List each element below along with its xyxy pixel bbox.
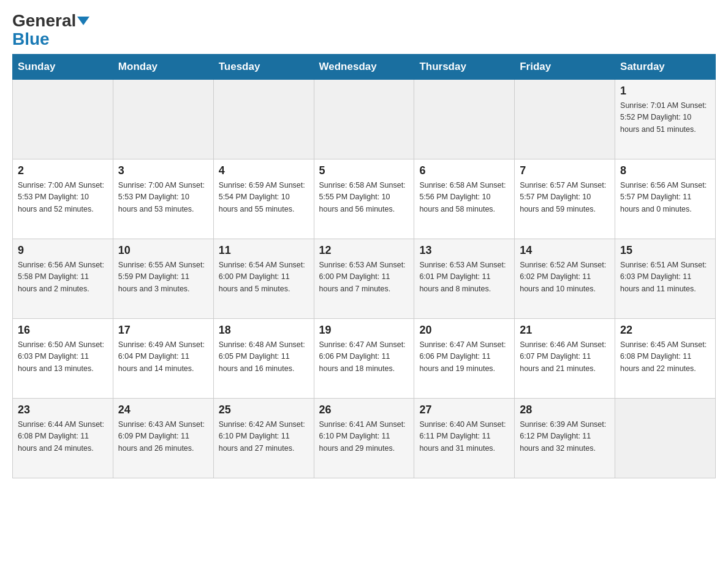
calendar-cell: 6Sunrise: 6:58 AM Sunset: 5:56 PM Daylig… [414, 159, 515, 239]
day-info: Sunrise: 6:49 AM Sunset: 6:04 PM Dayligh… [118, 339, 208, 375]
calendar-header-saturday: Saturday [615, 55, 716, 80]
calendar-header-wednesday: Wednesday [314, 55, 414, 80]
calendar-header-monday: Monday [113, 55, 213, 80]
calendar-cell: 1Sunrise: 7:01 AM Sunset: 5:52 PM Daylig… [615, 80, 716, 159]
day-number: 3 [118, 164, 208, 177]
day-number: 15 [620, 244, 710, 257]
day-info: Sunrise: 6:53 AM Sunset: 6:01 PM Dayligh… [419, 259, 509, 295]
calendar-cell: 9Sunrise: 6:56 AM Sunset: 5:58 PM Daylig… [13, 239, 113, 319]
calendar-header-thursday: Thursday [414, 55, 515, 80]
day-info: Sunrise: 6:57 AM Sunset: 5:57 PM Dayligh… [520, 180, 610, 215]
day-number: 12 [319, 244, 409, 257]
calendar-header-friday: Friday [515, 55, 615, 80]
calendar-week-3: 9Sunrise: 6:56 AM Sunset: 5:58 PM Daylig… [13, 239, 716, 319]
day-info: Sunrise: 6:56 AM Sunset: 5:57 PM Dayligh… [620, 180, 710, 215]
day-number: 20 [419, 324, 509, 337]
day-number: 10 [118, 244, 208, 257]
calendar-cell: 2Sunrise: 7:00 AM Sunset: 5:53 PM Daylig… [13, 159, 113, 239]
calendar-cell: 10Sunrise: 6:55 AM Sunset: 5:59 PM Dayli… [113, 239, 213, 319]
calendar-cell [615, 399, 716, 478]
calendar-week-2: 2Sunrise: 7:00 AM Sunset: 5:53 PM Daylig… [13, 159, 716, 239]
calendar-cell: 24Sunrise: 6:43 AM Sunset: 6:09 PM Dayli… [113, 399, 213, 478]
day-info: Sunrise: 6:54 AM Sunset: 6:00 PM Dayligh… [219, 259, 309, 295]
day-info: Sunrise: 6:43 AM Sunset: 6:09 PM Dayligh… [118, 419, 208, 454]
day-number: 28 [520, 404, 610, 416]
day-info: Sunrise: 6:39 AM Sunset: 6:12 PM Dayligh… [520, 419, 610, 454]
day-info: Sunrise: 6:48 AM Sunset: 6:05 PM Dayligh… [219, 339, 309, 375]
calendar-cell: 16Sunrise: 6:50 AM Sunset: 6:03 PM Dayli… [13, 319, 113, 399]
calendar-cell: 22Sunrise: 6:45 AM Sunset: 6:08 PM Dayli… [615, 319, 716, 399]
calendar-header-tuesday: Tuesday [213, 55, 314, 80]
day-info: Sunrise: 6:46 AM Sunset: 6:07 PM Dayligh… [520, 339, 610, 375]
day-number: 7 [520, 164, 610, 177]
calendar-cell [515, 80, 615, 159]
day-info: Sunrise: 6:40 AM Sunset: 6:11 PM Dayligh… [419, 419, 509, 454]
day-number: 1 [620, 85, 710, 98]
calendar-cell: 13Sunrise: 6:53 AM Sunset: 6:01 PM Dayli… [414, 239, 515, 319]
calendar-cell: 17Sunrise: 6:49 AM Sunset: 6:04 PM Dayli… [113, 319, 213, 399]
day-number: 21 [520, 324, 610, 337]
calendar-week-4: 16Sunrise: 6:50 AM Sunset: 6:03 PM Dayli… [13, 319, 716, 399]
page-header: General Blue [12, 12, 716, 48]
day-info: Sunrise: 6:44 AM Sunset: 6:08 PM Dayligh… [18, 419, 108, 454]
day-number: 6 [419, 164, 509, 177]
day-info: Sunrise: 6:47 AM Sunset: 6:06 PM Dayligh… [419, 339, 509, 375]
day-info: Sunrise: 6:50 AM Sunset: 6:03 PM Dayligh… [18, 339, 108, 375]
day-number: 2 [18, 164, 108, 177]
calendar-cell: 25Sunrise: 6:42 AM Sunset: 6:10 PM Dayli… [213, 399, 314, 478]
day-number: 9 [18, 244, 108, 257]
calendar-cell: 14Sunrise: 6:52 AM Sunset: 6:02 PM Dayli… [515, 239, 615, 319]
day-number: 17 [118, 324, 208, 337]
calendar-cell: 12Sunrise: 6:53 AM Sunset: 6:00 PM Dayli… [314, 239, 414, 319]
logo: General Blue [12, 12, 89, 48]
calendar-cell: 27Sunrise: 6:40 AM Sunset: 6:11 PM Dayli… [414, 399, 515, 478]
day-number: 14 [520, 244, 610, 257]
calendar-cell: 5Sunrise: 6:58 AM Sunset: 5:55 PM Daylig… [314, 159, 414, 239]
day-info: Sunrise: 7:00 AM Sunset: 5:53 PM Dayligh… [118, 180, 208, 215]
calendar-cell [113, 80, 213, 159]
calendar-cell: 21Sunrise: 6:46 AM Sunset: 6:07 PM Dayli… [515, 319, 615, 399]
day-number: 13 [419, 244, 509, 257]
day-number: 19 [319, 324, 409, 337]
calendar-week-1: 1Sunrise: 7:01 AM Sunset: 5:52 PM Daylig… [13, 80, 716, 159]
day-number: 8 [620, 164, 710, 177]
calendar-cell: 28Sunrise: 6:39 AM Sunset: 6:12 PM Dayli… [515, 399, 615, 478]
day-info: Sunrise: 6:55 AM Sunset: 5:59 PM Dayligh… [118, 259, 208, 295]
calendar-cell: 19Sunrise: 6:47 AM Sunset: 6:06 PM Dayli… [314, 319, 414, 399]
calendar-cell: 26Sunrise: 6:41 AM Sunset: 6:10 PM Dayli… [314, 399, 414, 478]
calendar-cell: 20Sunrise: 6:47 AM Sunset: 6:06 PM Dayli… [414, 319, 515, 399]
day-info: Sunrise: 6:56 AM Sunset: 5:58 PM Dayligh… [18, 259, 108, 295]
calendar-header-row: SundayMondayTuesdayWednesdayThursdayFrid… [13, 55, 716, 80]
calendar-cell: 18Sunrise: 6:48 AM Sunset: 6:05 PM Dayli… [213, 319, 314, 399]
day-number: 4 [219, 164, 309, 177]
day-number: 5 [319, 164, 409, 177]
calendar-cell: 23Sunrise: 6:44 AM Sunset: 6:08 PM Dayli… [13, 399, 113, 478]
calendar-cell [314, 80, 414, 159]
day-number: 24 [118, 404, 208, 416]
day-info: Sunrise: 6:58 AM Sunset: 5:55 PM Dayligh… [319, 180, 409, 215]
day-number: 23 [18, 404, 108, 416]
day-info: Sunrise: 6:47 AM Sunset: 6:06 PM Dayligh… [319, 339, 409, 375]
day-number: 27 [419, 404, 509, 416]
logo-general-text: General [12, 12, 89, 29]
day-info: Sunrise: 6:42 AM Sunset: 6:10 PM Dayligh… [219, 419, 309, 454]
calendar-cell: 7Sunrise: 6:57 AM Sunset: 5:57 PM Daylig… [515, 159, 615, 239]
calendar-cell [13, 80, 113, 159]
day-number: 16 [18, 324, 108, 337]
calendar-cell: 3Sunrise: 7:00 AM Sunset: 5:53 PM Daylig… [113, 159, 213, 239]
logo-blue-text: Blue [12, 31, 50, 48]
calendar-cell: 15Sunrise: 6:51 AM Sunset: 6:03 PM Dayli… [615, 239, 716, 319]
day-info: Sunrise: 6:52 AM Sunset: 6:02 PM Dayligh… [520, 259, 610, 295]
calendar-table: SundayMondayTuesdayWednesdayThursdayFrid… [12, 54, 716, 478]
day-info: Sunrise: 7:01 AM Sunset: 5:52 PM Dayligh… [620, 100, 710, 136]
day-info: Sunrise: 6:51 AM Sunset: 6:03 PM Dayligh… [620, 259, 710, 295]
logo-arrow-icon [77, 17, 89, 25]
calendar-header-sunday: Sunday [13, 55, 113, 80]
calendar-cell [414, 80, 515, 159]
day-info: Sunrise: 6:53 AM Sunset: 6:00 PM Dayligh… [319, 259, 409, 295]
day-number: 25 [219, 404, 309, 416]
day-info: Sunrise: 6:58 AM Sunset: 5:56 PM Dayligh… [419, 180, 509, 215]
day-info: Sunrise: 6:59 AM Sunset: 5:54 PM Dayligh… [219, 180, 309, 215]
calendar-cell: 8Sunrise: 6:56 AM Sunset: 5:57 PM Daylig… [615, 159, 716, 239]
calendar-cell: 11Sunrise: 6:54 AM Sunset: 6:00 PM Dayli… [213, 239, 314, 319]
